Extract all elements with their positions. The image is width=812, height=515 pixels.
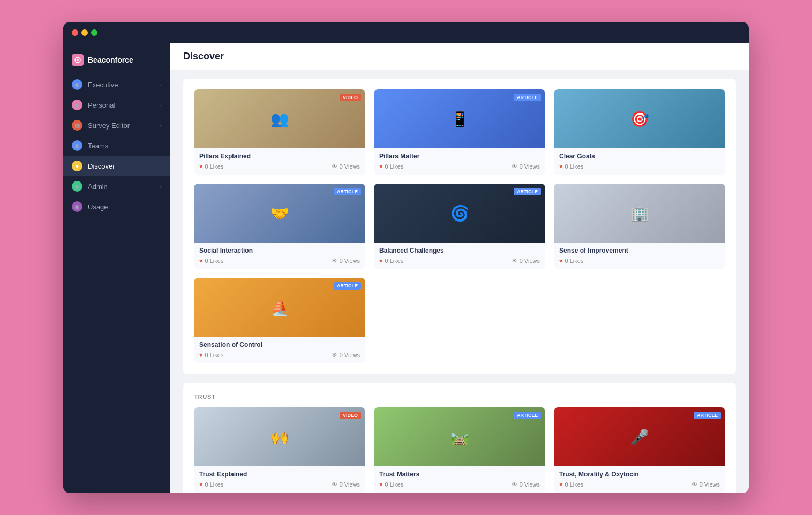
card-body-9: Trust Matters♥ 0 Likes👁 0 Views — [374, 466, 545, 493]
card-views-1: 👁 0 Views — [332, 163, 360, 170]
card-title-2: Pillars Matter — [379, 153, 540, 160]
eye-icon: 👁 — [691, 481, 697, 488]
card-7[interactable]: ⛵ARTICLESensation of Control♥ 0 Likes👁 0… — [194, 278, 365, 363]
card-meta-2: ♥ 0 Likes👁 0 Views — [379, 163, 540, 170]
sidebar-nav: ◉Executive‹◉Personal‹▦Survey Editor‹◉Tea… — [63, 74, 170, 217]
card-badge-5: ARTICLE — [514, 188, 541, 195]
card-meta-7: ♥ 0 Likes👁 0 Views — [199, 352, 360, 358]
heart-icon: ♥ — [379, 481, 383, 488]
sidebar-item-executive[interactable]: ◉Executive‹ — [63, 74, 170, 95]
executive-nav-icon: ◉ — [72, 79, 82, 90]
card-meta-4: ♥ 0 Likes👁 0 Views — [199, 258, 360, 264]
card-meta-8: ♥ 0 Likes👁 0 Views — [199, 481, 360, 488]
card-8[interactable]: 🙌VIDEOTrust Explained♥ 0 Likes👁 0 Views — [194, 407, 365, 493]
cards-grid-unlabeled: 👥VIDEOPillars Explained♥ 0 Likes👁 0 View… — [194, 89, 725, 363]
card-2[interactable]: 📱ARTICLEPillars Matter♥ 0 Likes👁 0 Views — [374, 89, 545, 175]
card-image-wrapper-4: 🤝ARTICLE — [194, 184, 365, 243]
maximize-button[interactable] — [91, 29, 97, 36]
card-1[interactable]: 👥VIDEOPillars Explained♥ 0 Likes👁 0 View… — [194, 89, 365, 175]
svg-point-1 — [77, 59, 79, 61]
minimize-button[interactable] — [81, 29, 88, 36]
card-title-4: Social Interaction — [199, 247, 360, 254]
card-body-5: Balanced Challenges♥ 0 Likes👁 0 Views — [374, 243, 545, 269]
eye-icon: 👁 — [332, 352, 337, 358]
heart-icon: ♥ — [199, 352, 203, 358]
window-controls — [72, 29, 97, 36]
card-views-10: 👁 0 Views — [691, 481, 720, 488]
card-likes-4: ♥ 0 Likes — [199, 258, 223, 264]
heart-icon: ♥ — [379, 258, 383, 264]
card-image-wrapper-3: 🎯 — [554, 89, 725, 148]
sidebar-item-discover[interactable]: ●Discover — [63, 156, 170, 176]
card-likes-10: ♥ 0 Likes — [559, 481, 583, 488]
card-10[interactable]: 🎤ARTICLETrust, Morality & Oxytocin♥ 0 Li… — [554, 407, 725, 493]
card-title-5: Balanced Challenges — [379, 247, 540, 254]
sidebar-item-personal[interactable]: ◉Personal‹ — [63, 95, 170, 115]
card-3[interactable]: 🎯Clear Goals♥ 0 Likes — [554, 89, 725, 175]
card-body-10: Trust, Morality & Oxytocin♥ 0 Likes👁 0 V… — [554, 466, 725, 493]
cards-grid-trust: 🙌VIDEOTrust Explained♥ 0 Likes👁 0 Views🛤… — [194, 407, 725, 493]
card-title-7: Sensation of Control — [199, 341, 360, 349]
card-image-wrapper-9: 🛤️ARTICLE — [374, 407, 545, 466]
heart-icon: ♥ — [379, 163, 383, 170]
card-6[interactable]: 🏢Sense of Improvement♥ 0 Likes — [554, 184, 725, 269]
close-button[interactable] — [72, 29, 78, 36]
card-likes-5: ♥ 0 Likes — [379, 258, 403, 264]
card-title-6: Sense of Improvement — [559, 247, 720, 254]
content-area: 👥VIDEOPillars Explained♥ 0 Likes👁 0 View… — [170, 70, 749, 493]
card-views-2: 👁 0 Views — [512, 163, 540, 170]
sidebar-item-usage[interactable]: ◉Usage — [63, 196, 170, 217]
personal-chevron-icon: ‹ — [160, 102, 162, 108]
card-meta-5: ♥ 0 Likes👁 0 Views — [379, 258, 540, 264]
card-image-wrapper-7: ⛵ARTICLE — [194, 278, 365, 337]
card-meta-6: ♥ 0 Likes — [559, 258, 720, 264]
sidebar: Beaconforce ◉Executive‹◉Personal‹▦Survey… — [63, 43, 170, 493]
card-likes-2: ♥ 0 Likes — [379, 163, 403, 170]
sidebar-item-teams[interactable]: ◉Teams — [63, 135, 170, 156]
sidebar-item-survey-editor[interactable]: ▦Survey Editor‹ — [63, 115, 170, 135]
heart-icon: ♥ — [559, 258, 563, 264]
card-badge-9: ARTICLE — [514, 412, 541, 419]
card-views-7: 👁 0 Views — [332, 352, 360, 358]
card-views-8: 👁 0 Views — [332, 481, 360, 488]
logo-area: Beaconforce — [63, 50, 170, 74]
heart-icon: ♥ — [199, 163, 203, 170]
card-image-wrapper-2: 📱ARTICLE — [374, 89, 545, 148]
eye-icon: 👁 — [512, 163, 517, 170]
card-title-1: Pillars Explained — [199, 153, 360, 160]
card-meta-1: ♥ 0 Likes👁 0 Views — [199, 163, 360, 170]
main-content: Discover 👥VIDEOPillars Explained♥ 0 Like… — [170, 43, 749, 493]
card-title-3: Clear Goals — [559, 153, 720, 160]
admin-chevron-icon: ‹ — [160, 184, 162, 190]
card-image-wrapper-10: 🎤ARTICLE — [554, 407, 725, 466]
card-5[interactable]: 🌀ARTICLEBalanced Challenges♥ 0 Likes👁 0 … — [374, 184, 545, 269]
card-image-6: 🏢 — [554, 184, 725, 243]
card-body-7: Sensation of Control♥ 0 Likes👁 0 Views — [194, 337, 365, 363]
executive-nav-label: Executive — [88, 81, 118, 89]
card-image-wrapper-6: 🏢 — [554, 184, 725, 243]
discover-nav-label: Discover — [88, 162, 115, 170]
card-image-wrapper-8: 🙌VIDEO — [194, 407, 365, 466]
card-likes-9: ♥ 0 Likes — [379, 481, 403, 488]
sidebar-item-admin[interactable]: ◉Admin‹ — [63, 176, 170, 196]
executive-chevron-icon: ‹ — [160, 82, 162, 88]
card-9[interactable]: 🛤️ARTICLETrust Matters♥ 0 Likes👁 0 Views — [374, 407, 545, 493]
titlebar — [63, 22, 749, 43]
page-title: Discover — [183, 51, 736, 62]
card-4[interactable]: 🤝ARTICLESocial Interaction♥ 0 Likes👁 0 V… — [194, 184, 365, 269]
card-badge-7: ARTICLE — [334, 282, 361, 290]
sections-container: 👥VIDEOPillars Explained♥ 0 Likes👁 0 View… — [183, 79, 736, 493]
survey-editor-nav-icon: ▦ — [72, 120, 82, 131]
card-body-3: Clear Goals♥ 0 Likes — [554, 148, 725, 175]
eye-icon: 👁 — [332, 481, 337, 488]
card-body-1: Pillars Explained♥ 0 Likes👁 0 Views — [194, 148, 365, 175]
card-badge-10: ARTICLE — [694, 412, 721, 419]
card-meta-10: ♥ 0 Likes👁 0 Views — [559, 481, 720, 488]
card-title-8: Trust Explained — [199, 471, 360, 478]
card-likes-8: ♥ 0 Likes — [199, 481, 223, 488]
heart-icon: ♥ — [559, 481, 563, 488]
section-unlabeled: 👥VIDEOPillars Explained♥ 0 Likes👁 0 View… — [183, 79, 736, 374]
card-views-4: 👁 0 Views — [332, 258, 360, 264]
card-title-10: Trust, Morality & Oxytocin — [559, 471, 720, 478]
teams-nav-icon: ◉ — [72, 140, 82, 151]
